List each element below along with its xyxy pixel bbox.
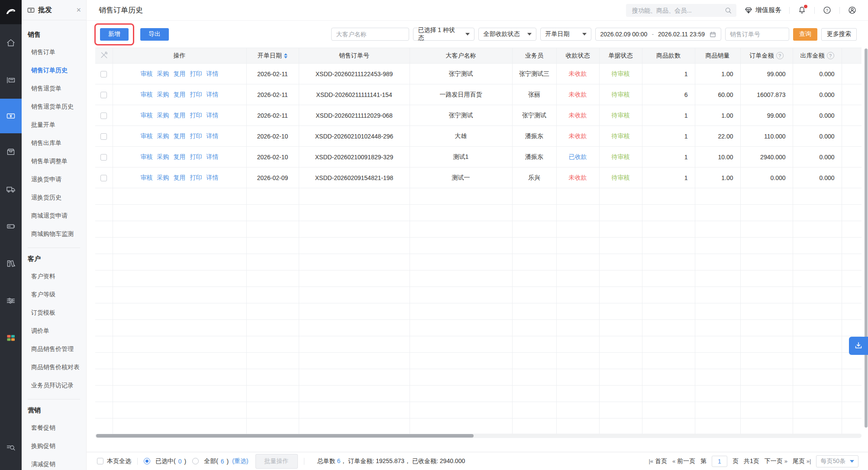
tools-icon[interactable] (99, 50, 109, 60)
row-action-reuse[interactable]: 复用 (174, 132, 186, 139)
global-search-input[interactable] (632, 7, 724, 14)
payment-status-select[interactable]: 全部收款状态 (478, 28, 536, 41)
prev-page-button[interactable]: « 前一页 (672, 457, 695, 465)
radio-selected-icon[interactable] (144, 458, 150, 464)
row-action-reuse[interactable]: 复用 (174, 174, 186, 181)
selected-radio[interactable]: 已选中(0) (144, 457, 186, 465)
row-action-print[interactable]: 打印 (190, 132, 202, 139)
row-action-purchase[interactable]: 采购 (157, 174, 169, 181)
reselect-link[interactable]: (重选) (232, 457, 248, 465)
horizontal-scrollbar-thumb[interactable] (96, 434, 474, 438)
row-checkbox[interactable] (100, 71, 107, 77)
row-action-purchase[interactable]: 采购 (157, 132, 169, 139)
export-button[interactable]: 导出 (140, 28, 169, 41)
row-checkbox[interactable] (100, 113, 107, 119)
page-number-input[interactable] (712, 456, 727, 467)
sidebar-item-sales-outbound[interactable]: 销售出库单 (22, 134, 86, 152)
row-action-audit[interactable]: 审核 (141, 91, 153, 98)
row-action-purchase[interactable]: 采购 (157, 91, 169, 98)
row-action-detail[interactable]: 详情 (207, 91, 219, 98)
order-no-input[interactable] (725, 28, 789, 41)
sidebar-item-sales-return-history[interactable]: 销售退货单历史 (22, 98, 86, 116)
help-circle-icon[interactable]: ? (827, 52, 834, 59)
row-action-detail[interactable]: 详情 (207, 112, 219, 119)
row-checkbox[interactable] (100, 154, 107, 161)
row-action-audit[interactable]: 审核 (141, 174, 153, 181)
close-icon[interactable]: × (76, 6, 81, 14)
sort-icon[interactable] (284, 53, 287, 58)
row-action-purchase[interactable]: 采购 (157, 153, 169, 160)
row-action-detail[interactable]: 详情 (207, 153, 219, 160)
radio-all-icon[interactable] (192, 458, 199, 464)
sidebar-item-exchange-promo[interactable]: 换购促销 (22, 437, 86, 455)
row-checkbox[interactable] (100, 133, 107, 140)
help-icon[interactable]: ? (823, 6, 832, 15)
first-page-button[interactable]: |« 首页 (649, 457, 667, 465)
sidebar-item-sales-adjustment[interactable]: 销售单调整单 (22, 152, 86, 171)
row-checkbox[interactable] (100, 175, 107, 181)
row-action-audit[interactable]: 审核 (141, 153, 153, 160)
sidebar-item-sales-order-history[interactable]: 销售订单历史 (22, 61, 86, 80)
sidebar-item-salesman-visits[interactable]: 业务员拜访记录 (22, 377, 86, 395)
row-action-reuse[interactable]: 复用 (174, 91, 186, 98)
row-checkbox[interactable] (100, 92, 107, 98)
last-page-button[interactable]: 尾页 »| (793, 457, 811, 465)
sidebar-item-sales-order[interactable]: 销售订单 (22, 43, 86, 61)
sidebar-item-discount-promo[interactable]: 满减促销 (22, 455, 86, 470)
select-all-checkbox[interactable] (97, 458, 103, 464)
row-action-print[interactable]: 打印 (190, 112, 202, 119)
rail-home-icon[interactable] (0, 24, 22, 61)
sidebar-item-sales-price-check[interactable]: 商品销售价核对表 (22, 358, 86, 377)
date-from[interactable]: 2026.02.09 00:00 (600, 31, 647, 38)
next-page-button[interactable]: 下一页 » (765, 457, 787, 465)
date-type-select[interactable]: 开单日期 (540, 28, 591, 41)
row-action-detail[interactable]: 详情 (207, 174, 219, 181)
rail-truck-icon[interactable] (0, 171, 22, 208)
order-status-select[interactable]: 已选择 1 种状态 (413, 28, 474, 41)
rail-apps-icon[interactable] (0, 319, 22, 357)
sidebar-item-exchange-request[interactable]: 退换货申请 (22, 171, 86, 189)
sidebar-item-customer-level[interactable]: 客户等级 (22, 286, 86, 304)
row-action-audit[interactable]: 审核 (141, 132, 153, 139)
all-radio[interactable]: 全部(6) (192, 457, 229, 465)
row-action-reuse[interactable]: 复用 (174, 153, 186, 160)
rail-money-icon[interactable] (0, 99, 22, 133)
row-action-purchase[interactable]: 采购 (157, 70, 169, 77)
account-icon[interactable] (848, 6, 857, 15)
sidebar-item-batch-billing[interactable]: 批量开单 (22, 116, 86, 134)
row-action-purchase[interactable]: 采购 (157, 112, 169, 119)
column-settings-header[interactable] (95, 48, 113, 64)
sidebar-item-customer-info[interactable]: 客户资料 (22, 267, 86, 286)
sidebar-item-sales-return[interactable]: 销售退货单 (22, 80, 86, 98)
rail-device-icon[interactable] (0, 208, 22, 245)
row-action-print[interactable]: 打印 (190, 70, 202, 77)
row-action-print[interactable]: 打印 (190, 91, 202, 98)
rail-reports-icon[interactable] (0, 245, 22, 282)
help-circle-icon[interactable]: ? (776, 52, 784, 59)
row-action-print[interactable]: 打印 (190, 174, 202, 181)
row-action-reuse[interactable]: 复用 (174, 70, 186, 77)
more-search-button[interactable]: 更多搜索 (821, 28, 857, 41)
vertical-scrollbar-thumb[interactable] (865, 48, 868, 428)
rail-package-icon[interactable] (0, 133, 22, 171)
row-action-audit[interactable]: 审核 (141, 112, 153, 119)
sidebar-item-exchange-history[interactable]: 退换货历史 (22, 189, 86, 207)
date-to[interactable]: 2026.02.11 23:59 (658, 31, 705, 38)
notifications-bell-icon[interactable] (797, 6, 807, 15)
batch-actions-button[interactable]: 批量操作 (255, 454, 298, 469)
row-action-print[interactable]: 打印 (190, 153, 202, 160)
row-action-audit[interactable]: 审核 (141, 70, 153, 77)
sidebar-item-sales-price-mgmt[interactable]: 商品销售价管理 (22, 340, 86, 358)
sidebar-item-mall-return-request[interactable]: 商城退货申请 (22, 207, 86, 225)
row-action-detail[interactable]: 详情 (207, 70, 219, 77)
query-button[interactable]: 查询 (793, 28, 817, 41)
rail-sliders-icon[interactable] (0, 282, 22, 319)
per-page-select[interactable]: 每页50条 (816, 455, 858, 467)
global-search[interactable] (626, 4, 736, 17)
rail-search-list-icon[interactable] (0, 428, 22, 466)
sidebar-item-mall-cart-monitor[interactable]: 商城购物车监测 (22, 225, 86, 243)
download-float-button[interactable] (849, 337, 868, 355)
sidebar-item-combo-promo[interactable]: 套餐促销 (22, 419, 86, 437)
sidebar-item-price-adjustment[interactable]: 调价单 (22, 322, 86, 340)
value-added-services[interactable]: 增值服务 (744, 6, 781, 15)
